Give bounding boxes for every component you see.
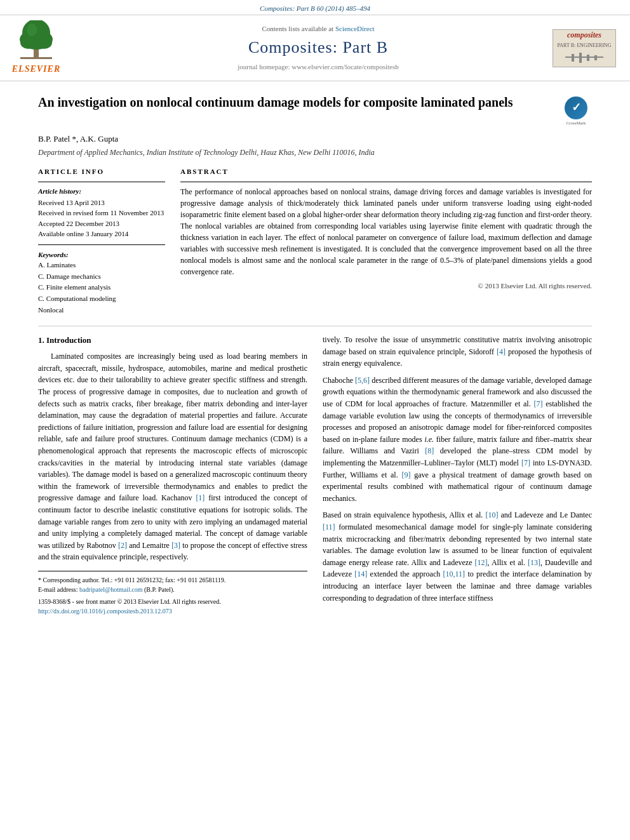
badge-subtitle: PART B: ENGINEERING: [557, 42, 612, 49]
ref-14[interactable]: [14]: [354, 570, 367, 578]
header-section: ELSEVIER Contents lists available at Sci…: [0, 15, 630, 81]
svg-point-5: [37, 36, 52, 49]
body-right-col: tively. To resolve the issue of unsymmet…: [323, 334, 592, 616]
footnote-section: * Corresponding author. Tel.: +91 011 26…: [38, 571, 307, 616]
composites-badge: composites PART B: ENGINEERING: [553, 29, 616, 67]
right-para-2: Chaboche [5,6] described different measu…: [323, 375, 592, 505]
section-separator: [38, 326, 592, 326]
elsevier-tree-icon: [8, 20, 65, 62]
ref-2[interactable]: [2]: [118, 541, 127, 550]
svg-rect-9: [579, 53, 582, 63]
received-date: Received 13 April 2013: [38, 197, 165, 208]
badge-title: composites: [557, 30, 612, 41]
email-link[interactable]: badripatel@hotmail.com: [79, 586, 142, 593]
ref-5-6[interactable]: [5,6]: [355, 376, 370, 385]
ref-7b[interactable]: [7]: [521, 458, 530, 467]
svg-rect-8: [572, 54, 574, 62]
elsevier-logo: ELSEVIER: [8, 20, 65, 76]
journal-homepage: journal homepage: www.elsevier.com/locat…: [98, 62, 539, 72]
keyword-2: C. Damage mechanics: [38, 271, 165, 283]
ref-1[interactable]: [1]: [196, 493, 204, 502]
keyword-1: A. Laminates: [38, 260, 165, 271]
ref-13[interactable]: [13]: [528, 558, 540, 567]
abstract-heading: ABSTRACT: [180, 167, 592, 177]
keyword-5: Nonlocal: [38, 305, 165, 316]
svg-point-4: [20, 36, 36, 49]
ref-11[interactable]: [11]: [323, 523, 335, 531]
keywords-section: Keywords: A. Laminates C. Damage mechani…: [38, 250, 165, 316]
svg-rect-7: [565, 57, 603, 58]
footnote-email: E-mail address: badripatel@hotmail.com (…: [38, 585, 307, 594]
badge-decoration-icon: [565, 51, 603, 64]
keyword-3: C. Finite element analysis: [38, 282, 165, 293]
article-info-heading: ARTICLE INFO: [38, 167, 165, 177]
banner-text: Composites: Part B 60 (2014) 485–494: [260, 4, 370, 12]
paper-title: An investigation on nonlocal continuum d…: [38, 94, 547, 110]
crossmark-badge: ✓ CrossMark: [560, 97, 592, 127]
footnote-star: * Corresponding author. Tel.: +91 011 26…: [38, 575, 307, 585]
divider-3: [180, 182, 592, 182]
divider-1: [38, 182, 165, 182]
contents-line: Contents lists available at ScienceDirec…: [98, 24, 539, 34]
intro-section-title: 1. Introduction: [38, 334, 307, 347]
abstract-col: ABSTRACT The performance of nonlocal app…: [180, 167, 592, 316]
svg-point-6: [27, 23, 37, 36]
divider-2: [38, 244, 165, 245]
svg-rect-10: [587, 55, 589, 61]
ref-10[interactable]: [10]: [485, 510, 498, 519]
article-info-col: ARTICLE INFO Article history: Received 1…: [38, 167, 165, 316]
keyword-4: C. Computational modeling: [38, 293, 165, 305]
issn-line: 1359-8368/$ - see front matter © 2013 El…: [38, 597, 307, 606]
authors-line: B.P. Patel *, A.K. Gupta: [38, 133, 592, 145]
article-content: An investigation on nonlocal continuum d…: [0, 81, 630, 629]
ref-9[interactable]: [9]: [401, 470, 410, 479]
accepted-date: Accepted 22 December 2013: [38, 218, 165, 229]
header-center: Contents lists available at ScienceDirec…: [98, 20, 539, 76]
ref-8[interactable]: [8]: [425, 446, 434, 455]
copyright-line: © 2013 Elsevier Ltd. All rights reserved…: [180, 281, 592, 291]
elsevier-text: ELSEVIER: [12, 63, 60, 76]
header-left: ELSEVIER: [8, 20, 90, 76]
body-two-col: 1. Introduction Laminated composites are…: [38, 334, 592, 616]
journal-banner: Composites: Part B 60 (2014) 485–494: [0, 0, 630, 15]
ref-10-11[interactable]: [10,11]: [443, 570, 466, 578]
page-wrapper: Composites: Part B 60 (2014) 485–494: [0, 0, 630, 629]
affiliation-line: Department of Applied Mechanics, Indian …: [38, 147, 592, 158]
ref-12[interactable]: [12]: [475, 558, 488, 567]
crossmark-icon: ✓: [565, 97, 587, 119]
sciencedirect-link[interactable]: ScienceDirect: [335, 25, 375, 32]
article-history-block: Article history: Received 13 April 2013 …: [38, 186, 165, 239]
available-date: Available online 3 January 2014: [38, 229, 165, 239]
body-left-col: 1. Introduction Laminated composites are…: [38, 334, 307, 616]
paper-title-section: An investigation on nonlocal continuum d…: [38, 94, 592, 127]
article-info-abstract-section: ARTICLE INFO Article history: Received 1…: [38, 167, 592, 316]
section-number: 1.: [38, 335, 44, 345]
authors-text: B.P. Patel *, A.K. Gupta: [38, 134, 118, 143]
email-label: E-mail address:: [38, 586, 77, 593]
abstract-text: The performance of nonlocal approaches b…: [180, 186, 592, 277]
crossmark-label: CrossMark: [566, 121, 586, 127]
journal-title: Composites: Part B: [98, 36, 539, 59]
ref-3[interactable]: [3]: [171, 541, 180, 550]
keywords-label: Keywords:: [38, 250, 165, 260]
section-title-text: Introduction: [46, 335, 91, 345]
header-right: composites PART B: ENGINEERING: [546, 20, 622, 76]
svg-rect-11: [594, 55, 597, 60]
intro-para-1: Laminated composites are increasingly be…: [38, 350, 307, 563]
history-label: Article history:: [38, 186, 165, 197]
right-para-3: Based on strain equivalence hypothesis, …: [323, 509, 592, 604]
doi-link[interactable]: http://dx.doi.org/10.1016/j.compositesb.…: [38, 608, 172, 615]
email-name: (B.P. Patel).: [144, 586, 175, 593]
revised-date: Received in revised form 11 November 201…: [38, 208, 165, 218]
doi-line: http://dx.doi.org/10.1016/j.compositesb.…: [38, 606, 307, 616]
right-para-1: tively. To resolve the issue of unsymmet…: [323, 334, 592, 370]
ref-7[interactable]: [7]: [533, 399, 542, 408]
ref-4[interactable]: [4]: [497, 347, 506, 356]
